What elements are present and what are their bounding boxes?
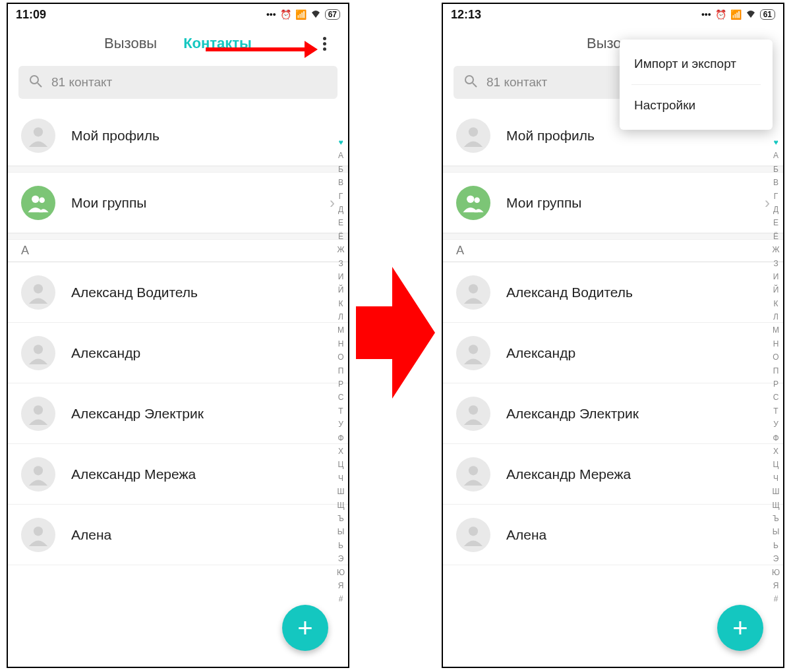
index-letter[interactable]: И bbox=[338, 270, 344, 283]
index-letter[interactable]: Т bbox=[773, 405, 778, 418]
index-letter[interactable]: Ф bbox=[337, 432, 343, 445]
index-letter[interactable]: Э bbox=[338, 552, 344, 565]
index-letter[interactable]: Ф bbox=[773, 432, 778, 445]
svg-point-10 bbox=[34, 466, 43, 475]
index-letter[interactable]: Р bbox=[338, 378, 343, 391]
index-letter[interactable]: Й bbox=[338, 283, 344, 296]
index-letter[interactable]: З bbox=[338, 257, 343, 270]
index-letter[interactable]: Л bbox=[773, 310, 778, 323]
index-letter[interactable]: Д bbox=[338, 203, 343, 216]
index-letter[interactable]: А bbox=[773, 149, 778, 162]
index-letter[interactable]: Е bbox=[773, 216, 778, 229]
index-letter[interactable]: М bbox=[773, 323, 779, 337]
index-letter[interactable]: Й bbox=[773, 283, 779, 296]
contact-row[interactable]: Александ Водитель bbox=[8, 262, 348, 323]
menu-settings[interactable]: Настройки bbox=[620, 85, 773, 126]
index-letter[interactable]: Ц bbox=[773, 458, 779, 471]
index-letter[interactable]: Д bbox=[773, 203, 778, 216]
overflow-menu-button[interactable] bbox=[316, 36, 332, 51]
index-letter[interactable]: Ю bbox=[772, 566, 780, 579]
status-time: 11:09 bbox=[16, 8, 266, 22]
index-letter[interactable]: Ш bbox=[337, 485, 345, 498]
index-letter[interactable]: Ё bbox=[338, 230, 343, 243]
contact-row[interactable]: Алена bbox=[8, 505, 348, 565]
alarm-icon: ⏰ bbox=[715, 9, 726, 20]
index-letter[interactable]: Ц bbox=[338, 458, 344, 471]
contact-row[interactable]: Алена bbox=[443, 505, 783, 565]
index-letter[interactable]: Р bbox=[773, 378, 778, 391]
index-letter[interactable]: Г bbox=[339, 190, 343, 203]
contact-row[interactable]: Александр Мережа bbox=[8, 444, 348, 505]
heart-icon: ♥ bbox=[773, 136, 778, 149]
index-letter[interactable]: Щ bbox=[337, 499, 344, 512]
index-letter[interactable]: У bbox=[773, 418, 778, 431]
index-letter[interactable]: Х bbox=[338, 445, 343, 458]
contact-name: Александр Электрик bbox=[506, 406, 639, 422]
index-letter[interactable]: Ч bbox=[338, 472, 343, 485]
index-letter[interactable]: Ы bbox=[337, 525, 345, 538]
index-letter[interactable]: # bbox=[339, 592, 343, 605]
index-letter[interactable]: Ъ bbox=[773, 512, 779, 525]
index-letter[interactable]: О bbox=[773, 350, 778, 364]
add-contact-fab[interactable]: + bbox=[717, 605, 763, 651]
index-rail[interactable]: ♥ АБВГДЕЁЖЗИЙКЛМНОПРСТУФХЦЧШЩЪЫЬЭЮЯ# bbox=[771, 136, 780, 606]
index-letter[interactable]: П bbox=[338, 364, 344, 378]
index-letter[interactable]: А bbox=[338, 149, 343, 162]
index-letter[interactable]: О bbox=[337, 350, 343, 364]
index-letter[interactable]: Ю bbox=[337, 566, 345, 579]
index-letter[interactable]: Е bbox=[338, 216, 343, 229]
avatar-icon bbox=[21, 457, 55, 491]
index-letter[interactable]: Н bbox=[338, 337, 344, 350]
search-bar[interactable]: 81 контакт bbox=[18, 66, 337, 99]
add-contact-fab[interactable]: + bbox=[282, 605, 328, 651]
index-letter[interactable]: Б bbox=[773, 163, 778, 176]
index-letter[interactable]: М bbox=[337, 323, 344, 337]
index-letter[interactable]: С bbox=[338, 391, 344, 404]
index-letter[interactable]: В bbox=[338, 176, 343, 189]
my-groups-row[interactable]: Мои группы › bbox=[8, 173, 348, 233]
plus-icon: + bbox=[297, 613, 312, 643]
contact-row[interactable]: Александ Водитель bbox=[443, 262, 783, 323]
index-letter[interactable]: Ш bbox=[773, 485, 780, 498]
index-letter[interactable]: С bbox=[773, 391, 779, 404]
index-letter[interactable]: # bbox=[774, 592, 778, 605]
tab-calls[interactable]: Вызовы bbox=[104, 35, 157, 52]
index-letter[interactable]: Ё bbox=[773, 230, 778, 243]
index-letter[interactable]: И bbox=[773, 270, 779, 283]
index-letter[interactable]: Ч bbox=[773, 472, 778, 485]
index-letter[interactable]: Ъ bbox=[337, 512, 344, 525]
index-rail[interactable]: ♥ АБВГДЕЁЖЗИЙКЛМНОПРСТУФХЦЧШЩЪЫЬЭЮЯ# bbox=[336, 136, 345, 606]
index-letter[interactable]: Б bbox=[338, 163, 343, 176]
index-letter[interactable]: П bbox=[773, 364, 779, 378]
contact-name: Александр Электрик bbox=[71, 406, 204, 422]
index-letter[interactable]: Я bbox=[338, 579, 344, 592]
index-letter[interactable]: Ь bbox=[338, 539, 343, 552]
index-letter[interactable]: Н bbox=[773, 337, 779, 350]
index-letter[interactable]: В bbox=[773, 176, 778, 189]
index-letter[interactable]: Т bbox=[338, 405, 343, 418]
my-profile-row[interactable]: Мой профиль bbox=[8, 105, 348, 166]
index-letter[interactable]: Л bbox=[338, 310, 343, 323]
index-letter[interactable]: Ь bbox=[773, 539, 778, 552]
index-letter[interactable]: Ж bbox=[337, 243, 344, 256]
contact-row[interactable]: Александр Мережа bbox=[443, 444, 783, 505]
index-letter[interactable]: Х bbox=[773, 445, 778, 458]
index-letter[interactable]: Ж bbox=[772, 243, 779, 256]
index-letter[interactable]: К bbox=[339, 297, 343, 310]
contact-row[interactable]: Александр bbox=[8, 323, 348, 383]
contact-row[interactable]: Александр Электрик bbox=[443, 383, 783, 444]
index-letter[interactable]: Щ bbox=[772, 499, 779, 512]
index-letter[interactable]: Я bbox=[773, 579, 779, 592]
contact-row[interactable]: Александр Электрик bbox=[8, 383, 348, 444]
index-letter[interactable]: К bbox=[774, 297, 778, 310]
index-letter[interactable]: Г bbox=[774, 190, 778, 203]
contact-row[interactable]: Александр bbox=[443, 323, 783, 383]
menu-import-export[interactable]: Импорт и экспорт bbox=[620, 43, 773, 84]
my-groups-row[interactable]: Мои группы › bbox=[443, 173, 783, 233]
battery-indicator: 61 bbox=[760, 9, 775, 20]
index-letter[interactable]: З bbox=[773, 257, 778, 270]
index-letter[interactable]: Ы bbox=[773, 525, 780, 538]
svg-point-21 bbox=[469, 466, 478, 475]
index-letter[interactable]: У bbox=[338, 418, 343, 431]
index-letter[interactable]: Э bbox=[773, 552, 779, 565]
